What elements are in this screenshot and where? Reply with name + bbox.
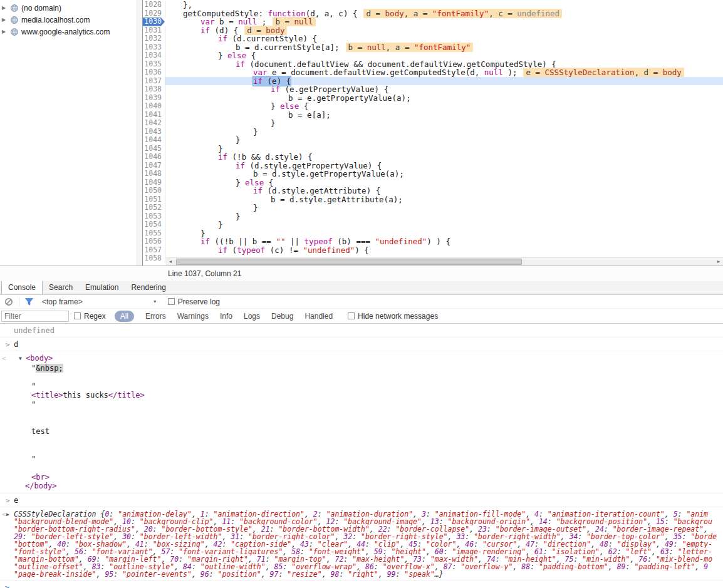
source-editor[interactable]: 1028},1029getComputedStyle: function(d, … (143, 0, 723, 266)
line-number[interactable]: 1034 (143, 51, 165, 60)
code-line: 1036var e = document.defaultView.getComp… (143, 68, 723, 77)
code-line: 1043} (143, 128, 723, 137)
filter-funnel-icon[interactable] (25, 298, 33, 306)
console-message: undefined (0, 324, 723, 338)
dom-tree-line: " (19, 382, 719, 391)
regex-toggle[interactable]: Regex (74, 312, 106, 321)
tab-search[interactable]: Search (43, 281, 79, 294)
line-number[interactable]: 1038 (143, 85, 165, 94)
line-number[interactable]: 1041 (143, 111, 165, 120)
debugger-value-annotation: d = body, a = "fontFamily", c = undefine… (363, 9, 562, 18)
console-message: >e (0, 493, 723, 507)
line-number[interactable]: 1053 (143, 212, 165, 221)
console-prompt[interactable]: > (0, 580, 723, 588)
breakpoint-line-number[interactable]: 1030 (143, 18, 165, 26)
line-number[interactable]: 1040 (143, 102, 165, 111)
line-number[interactable]: 1048 (143, 170, 165, 178)
globe-icon (10, 4, 19, 13)
level-filter-errors[interactable]: Errors (145, 312, 166, 321)
line-number[interactable]: 1031 (143, 26, 165, 35)
scroll-right-icon[interactable]: ► (714, 258, 723, 266)
scrollbar-thumb[interactable] (176, 259, 522, 265)
dom-tree-line: </body> (19, 482, 719, 491)
line-number[interactable]: 1056 (143, 237, 165, 246)
collapse-triangle-icon[interactable]: ▼ (19, 354, 26, 364)
clear-console-icon[interactable] (4, 297, 13, 306)
preserve-log-toggle[interactable]: Preserve log (168, 297, 220, 306)
level-filter-all[interactable]: All (115, 311, 134, 322)
line-number[interactable]: 1037 (143, 77, 165, 86)
level-filter-handled[interactable]: Handled (304, 312, 333, 321)
line-number[interactable]: 1029 (143, 9, 165, 18)
line-number[interactable]: 1058 (143, 254, 165, 263)
dom-tree-root: ▼<body> (19, 354, 719, 364)
dom-tree-line: " (19, 455, 719, 464)
tab-console[interactable]: Console (1, 281, 43, 294)
line-number[interactable]: 1051 (143, 195, 165, 204)
horizontal-scrollbar[interactable]: ◄ ► (166, 257, 723, 266)
expand-triangle-icon[interactable]: ▶ (6, 512, 9, 517)
sources-file-navigator: ▶(no domain)▶media.localhost.com▶www.goo… (0, 0, 143, 266)
line-number[interactable]: 1032 (143, 34, 165, 43)
file-tree-item[interactable]: ▶(no domain) (0, 2, 142, 14)
domain-label: media.localhost.com (21, 16, 90, 24)
line-number[interactable]: 1045 (143, 145, 165, 153)
level-filter-debug[interactable]: Debug (271, 312, 293, 321)
execution-line: if (e) { (165, 77, 723, 86)
line-number[interactable]: 1055 (143, 229, 165, 238)
dom-tree-line: " (19, 400, 719, 410)
regex-checkbox[interactable] (74, 312, 81, 319)
line-number[interactable]: 1057 (143, 246, 165, 255)
input-marker-icon: > (6, 341, 10, 349)
code-line: 1053} (143, 212, 723, 221)
level-filter-info[interactable]: Info (220, 312, 232, 321)
dom-tree-line (19, 445, 719, 455)
frame-selector[interactable]: <top frame> ▼ (42, 297, 157, 306)
line-number[interactable]: 1054 (143, 220, 165, 229)
code-line: 1055} (143, 229, 723, 238)
file-tree-item[interactable]: ▶media.localhost.com (0, 14, 142, 26)
line-number[interactable]: 1052 (143, 204, 165, 212)
code-line: 1054} (143, 220, 723, 229)
regex-label: Regex (84, 312, 106, 321)
file-tree-item[interactable]: ▶www.google-analytics.com (0, 26, 142, 38)
line-number[interactable]: 1033 (143, 43, 165, 52)
code-line: 1049} else { (143, 178, 723, 187)
line-number[interactable]: 1044 (143, 136, 165, 145)
line-number[interactable]: 1035 (143, 60, 165, 69)
line-number[interactable]: 1049 (143, 178, 165, 187)
line-number[interactable]: 1046 (143, 153, 165, 162)
cursor-position-status: Line 1037, Column 21 (0, 266, 723, 281)
dom-tree-line (19, 463, 719, 473)
line-number[interactable]: 1050 (143, 187, 165, 195)
dom-tree-line: <br> (19, 473, 719, 482)
tab-emulation[interactable]: Emulation (79, 281, 125, 294)
code-line: 1057if (typeof (c) != "undefined") { (143, 246, 723, 255)
hide-network-checkbox[interactable] (348, 312, 355, 319)
sources-panel: ▶(no domain)▶media.localhost.com▶www.goo… (0, 0, 723, 266)
line-number[interactable]: 1043 (143, 128, 165, 137)
prompt-icon: > (5, 584, 9, 588)
line-number[interactable]: 1047 (143, 162, 165, 170)
line-number[interactable]: 1036 (143, 68, 165, 77)
level-filter-warnings[interactable]: Warnings (177, 312, 209, 321)
line-number[interactable]: 1028 (143, 1, 165, 9)
globe-icon (10, 16, 19, 24)
dom-tree-line: <title>this sucks</title> (19, 391, 719, 400)
level-filter-logs[interactable]: Logs (244, 312, 260, 321)
dom-tree-line: test (19, 427, 719, 436)
code-line: 1045} (143, 145, 723, 153)
sidebar-scrollbar[interactable] (137, 0, 142, 266)
file-tree: ▶(no domain)▶media.localhost.com▶www.goo… (0, 2, 142, 38)
preserve-log-checkbox[interactable] (168, 298, 175, 305)
tab-rendering[interactable]: Rendering (125, 281, 172, 294)
filter-input[interactable] (1, 311, 69, 322)
code-line: 1046if (!b && d.style) { (143, 153, 723, 162)
hide-network-label: Hide network messages (358, 312, 438, 321)
line-number[interactable]: 1042 (143, 119, 165, 128)
hide-network-toggle[interactable]: Hide network messages (348, 312, 438, 321)
result-text: undefined (14, 326, 55, 335)
line-number[interactable]: 1039 (143, 94, 165, 103)
code-line: 1051b = d.style.getAttribute(a); (143, 195, 723, 204)
scroll-left-icon[interactable]: ◄ (166, 258, 175, 266)
